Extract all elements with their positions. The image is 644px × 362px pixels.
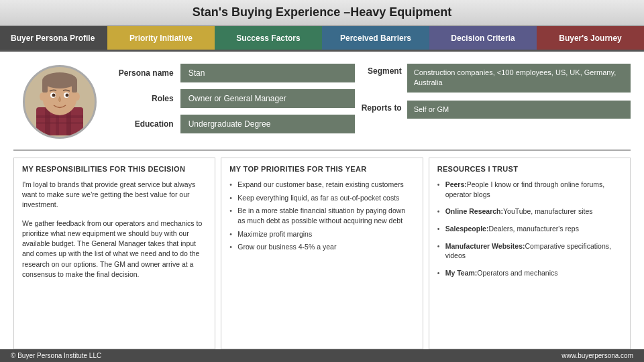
segment-row: Segment Construction companies, <100 emp… [355, 64, 631, 93]
persona-name-value: Stan [180, 64, 355, 82]
education-value: Undergraduate Degree [180, 115, 355, 133]
page-title: Stan's Buying Experience –Heavy Equipmen… [0, 0, 644, 26]
fields-area: Persona name Stan Roles Owner or General… [107, 58, 355, 133]
resource-item-salespeople: Salespeople:Dealers, manufacturer's reps [437, 224, 622, 234]
resource-item-manufacturer: Manufacturer Websites:Comparative specif… [437, 241, 622, 261]
reports-to-value: Self or GM [407, 101, 631, 119]
priorities-column: MY TOP PRIORITIES FOR THIS YEAR Expand o… [221, 158, 423, 349]
list-item: Grow our business 4-5% a year [229, 242, 414, 252]
tab-profile[interactable]: Buyer Persona Profile [0, 26, 107, 50]
roles-row: Roles Owner or General Manager [107, 89, 355, 108]
list-item: Maximize profit margins [229, 229, 414, 239]
avatar-area [13, 58, 107, 139]
svg-point-14 [52, 94, 56, 97]
resource-label-team: My Team: [445, 269, 478, 277]
resource-text-team: Operators and mechanics [477, 269, 557, 277]
resource-text-peers: People I know or find through online for… [445, 180, 605, 198]
footer: © Buyer Persona Institute LLC www.buyerp… [0, 349, 644, 362]
persona-name-row: Persona name Stan [107, 64, 355, 82]
responsibilities-para2: We gather feedback from our operators an… [22, 219, 207, 280]
tab-barriers[interactable]: Perceived Barriers [322, 26, 429, 50]
list-item: Keep everything liquid, as far as out-of… [229, 193, 414, 203]
svg-point-15 [66, 94, 69, 97]
priorities-title: MY TOP PRIORITIES FOR THIS YEAR [229, 165, 414, 173]
svg-rect-10 [42, 80, 48, 93]
reports-to-row: Reports to Self or GM [355, 101, 631, 119]
svg-point-17 [74, 93, 80, 101]
main-content: Persona name Stan Roles Owner or General… [0, 52, 644, 349]
resource-label-manufacturer: Manufacturer Websites: [445, 242, 525, 250]
footer-left: © Buyer Persona Institute LLC [11, 352, 101, 359]
svg-point-16 [40, 93, 45, 101]
roles-value: Owner or General Manager [180, 89, 355, 108]
responsibilities-column: MY RESPONSIBILITIES FOR THIS DECISION I'… [13, 158, 215, 349]
roles-label: Roles [107, 94, 174, 103]
svg-rect-5 [36, 115, 83, 118]
tab-decision[interactable]: Decision Criteria [429, 26, 537, 50]
resource-text-salespeople: Dealers, manufacturer's reps [488, 225, 578, 233]
education-row: Education Undergraduate Degree [107, 115, 355, 133]
segment-value: Construction companies, <100 employees, … [407, 64, 631, 93]
list-item: Expand our customer base, retain existin… [229, 180, 414, 190]
footer-right: www.buyerpersona.com [561, 352, 633, 359]
responsibilities-para1: I'm loyal to brands that provide great s… [22, 180, 207, 210]
priorities-list: Expand our customer base, retain existin… [229, 180, 414, 255]
tab-priority[interactable]: Priority Initiative [107, 26, 215, 50]
education-label: Education [107, 119, 174, 129]
list-item: Be in a more stable financial situation … [229, 206, 414, 225]
responsibilities-title: MY RESPONSIBILITIES FOR THIS DECISION [22, 165, 207, 173]
tab-success[interactable]: Success Factors [215, 26, 322, 50]
bottom-section: MY RESPONSIBILITIES FOR THIS DECISION I'… [13, 149, 631, 349]
avatar [23, 65, 97, 139]
tab-journey[interactable]: Buyer's Journey [537, 26, 644, 50]
resource-item-team: My Team:Operators and mechanics [437, 268, 622, 278]
resources-column: RESOURCES I TRUST Peers:People I know or… [429, 158, 631, 349]
segment-label: Segment [355, 64, 402, 76]
resource-label-online: Online Research: [445, 207, 503, 215]
persona-name-label: Persona name [107, 68, 174, 78]
resource-item-peers: Peers:People I know or find through onli… [437, 180, 622, 199]
resources-title: RESOURCES I TRUST [437, 165, 622, 173]
resource-item-online: Online Research:YouTube, manufacturer si… [437, 206, 622, 217]
segment-area: Segment Construction companies, <100 emp… [355, 58, 631, 119]
svg-rect-11 [72, 80, 77, 93]
resource-text-online: YouTube, manufacturer sites [503, 207, 592, 215]
resource-label-salespeople: Salespeople: [445, 225, 489, 233]
resource-label-peers: Peers: [445, 180, 467, 188]
svg-rect-6 [36, 122, 83, 124]
tab-navigation: Buyer Persona Profile Priority Initiativ… [0, 26, 644, 52]
profile-section: Persona name Stan Roles Owner or General… [13, 58, 631, 139]
reports-to-label: Reports to [355, 101, 402, 113]
